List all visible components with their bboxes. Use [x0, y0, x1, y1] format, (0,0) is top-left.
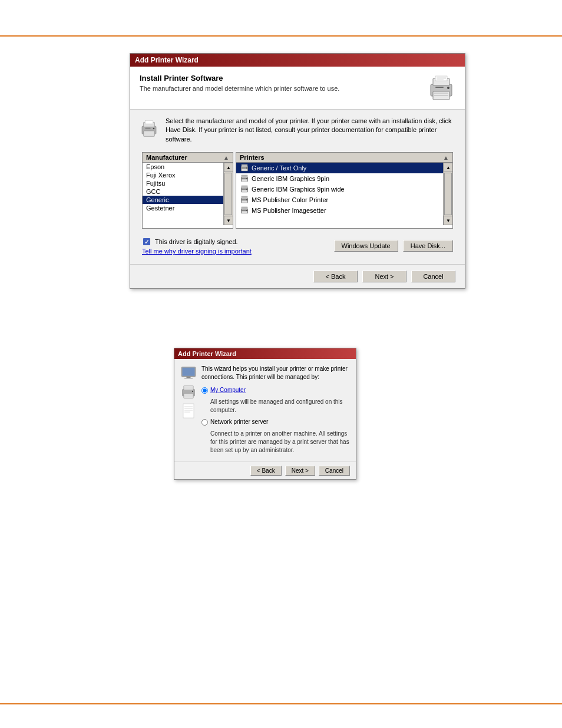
- dialog-header-section: Install Printer Software The manufacture…: [130, 67, 465, 110]
- svg-point-46: [192, 391, 193, 392]
- svg-rect-27: [242, 190, 247, 192]
- svg-rect-4: [434, 95, 448, 96]
- small-cancel-button[interactable]: Cancel: [319, 466, 350, 476]
- svg-rect-31: [242, 200, 247, 203]
- svg-point-20: [246, 167, 247, 169]
- printers-list-wrapper: Generic / Text Only Generic IBM Graphics…: [236, 163, 452, 225]
- list-item-ms-publisher-color[interactable]: MS Publisher Color Printer: [236, 195, 443, 205]
- driver-buttons: Windows Update Have Disk...: [334, 240, 453, 252]
- svg-point-24: [246, 178, 247, 179]
- back-button[interactable]: < Back: [313, 271, 358, 282]
- manufacturer-scrollbar[interactable]: ▲ ▼: [223, 163, 233, 225]
- add-printer-wizard-small-dialog: Add Printer Wizard: [174, 348, 356, 480]
- printers-sort-arrow: ▲: [443, 154, 449, 161]
- small-dialog-nav: < Back Next > Cancel: [174, 462, 356, 479]
- printer-icon-large: [427, 74, 455, 102]
- driver-signed-icon: ✓: [142, 237, 151, 246]
- printer-icon-small: [140, 119, 158, 138]
- dialog-heading: Install Printer Software: [140, 74, 339, 83]
- printers-scroll-up[interactable]: ▲: [444, 163, 453, 172]
- small-next-button[interactable]: Next >: [285, 466, 315, 476]
- radio-my-computer[interactable]: [201, 387, 208, 394]
- svg-rect-14: [145, 128, 150, 129]
- manufacturer-list-header: Manufacturer ▲: [143, 153, 233, 163]
- svg-rect-22: [242, 175, 247, 178]
- windows-update-button[interactable]: Windows Update: [334, 240, 398, 252]
- driver-row: ✓ This driver is digitally signed. Tell …: [140, 235, 455, 257]
- small-dialog-body: This wizard helps you install your print…: [174, 359, 356, 462]
- printer-item-icon-5: [240, 206, 249, 215]
- small-dialog-title: Add Printer Wizard: [178, 350, 236, 357]
- scroll-down-arrow[interactable]: ▼: [224, 216, 233, 225]
- svg-rect-34: [242, 207, 247, 210]
- list-item-ibm-9pin[interactable]: Generic IBM Graphics 9pin: [236, 173, 443, 184]
- printers-scroll-down[interactable]: ▼: [444, 216, 453, 225]
- radio-my-computer-label: My Computer: [210, 386, 246, 394]
- svg-rect-13: [144, 131, 155, 136]
- printers-label: Printers: [240, 154, 265, 161]
- radio-network[interactable]: [201, 419, 208, 426]
- small-dialog-intro: This wizard helps you install your print…: [201, 365, 350, 381]
- printers-scrollbar[interactable]: ▲ ▼: [443, 163, 452, 225]
- radio-network-label: Network printer server: [210, 418, 268, 426]
- top-divider: [0, 35, 562, 37]
- dialog-body: Select the manufacturer and model of you…: [130, 110, 465, 264]
- list-item-generic[interactable]: Generic: [143, 196, 223, 204]
- radio-my-computer-option[interactable]: My Computer: [201, 386, 350, 394]
- list-item-gcc[interactable]: GCC: [143, 187, 223, 196]
- svg-rect-23: [242, 179, 247, 182]
- printers-list-inner[interactable]: Generic / Text Only Generic IBM Graphics…: [236, 163, 443, 225]
- svg-rect-26: [242, 186, 247, 189]
- printer-item-icon-4: [240, 195, 249, 205]
- paper-icon: [181, 403, 196, 419]
- printer-item-text: Generic / Text Only: [252, 164, 306, 172]
- svg-point-28: [246, 189, 247, 190]
- manufacturer-list-wrapper: Epson Fuji Xerox Fujitsu GCC Generic Ges…: [143, 163, 233, 225]
- driver-signed-text: This driver is digitally signed.: [155, 238, 238, 245]
- svg-rect-41: [187, 377, 191, 378]
- manufacturer-label: Manufacturer: [146, 154, 187, 161]
- driver-link[interactable]: Tell me why driver signing is important: [142, 248, 252, 255]
- svg-rect-35: [242, 211, 247, 213]
- svg-point-36: [246, 210, 247, 211]
- driver-signed-info: ✓ This driver is digitally signed.: [142, 237, 252, 246]
- list-item-epson[interactable]: Epson: [143, 163, 223, 171]
- radio-network-option[interactable]: Network printer server: [201, 418, 350, 426]
- list-item-ms-publisher-imagesetter[interactable]: MS Publisher Imagesetter: [236, 205, 443, 216]
- list-item-fuji-xerox[interactable]: Fuji Xerox: [143, 171, 223, 179]
- svg-point-32: [246, 199, 247, 200]
- dialog-header-text: Install Printer Software The manufacture…: [140, 74, 339, 92]
- printer-item-text-2: Generic IBM Graphics 9pin: [252, 175, 329, 182]
- body-description-row: Select the manufacturer and model of you…: [140, 117, 455, 144]
- small-back-button[interactable]: < Back: [250, 466, 282, 476]
- svg-point-15: [153, 128, 155, 130]
- list-item-ibm-9pin-wide[interactable]: Generic IBM Graphics 9pin wide: [236, 184, 443, 195]
- manufacturer-list-inner[interactable]: Epson Fuji Xerox Fujitsu GCC Generic Ges…: [143, 163, 223, 225]
- driver-left: ✓ This driver is digitally signed. Tell …: [142, 237, 252, 255]
- small-dialog-icons: [180, 365, 197, 458]
- list-item-fujitsu[interactable]: Fujitsu: [143, 179, 223, 187]
- list-item-gestetner[interactable]: Gestetner: [143, 204, 223, 212]
- my-computer-link[interactable]: My Computer: [210, 387, 246, 393]
- next-button[interactable]: Next >: [362, 271, 406, 282]
- list-item-generic-text-only[interactable]: Generic / Text Only: [236, 163, 443, 173]
- printers-scroll-thumb[interactable]: [444, 173, 452, 215]
- dialog-nav-row: < Back Next > Cancel: [130, 264, 465, 288]
- svg-rect-3: [434, 93, 448, 94]
- small-dialog-titlebar: Add Printer Wizard: [174, 348, 356, 359]
- dialog-subheading: The manufacturer and model determine whi…: [140, 85, 339, 92]
- svg-rect-45: [184, 393, 193, 398]
- cancel-button[interactable]: Cancel: [411, 271, 455, 282]
- printer-item-icon-2: [240, 174, 249, 183]
- manufacturer-list-box: Manufacturer ▲ Epson Fuji Xerox Fujitsu …: [142, 152, 233, 229]
- have-disk-button[interactable]: Have Disk...: [403, 240, 453, 252]
- manufacturer-sort-arrow: ▲: [223, 154, 229, 161]
- svg-rect-40: [183, 368, 195, 376]
- lists-container: Manufacturer ▲ Epson Fuji Xerox Fujitsu …: [140, 152, 455, 229]
- svg-rect-18: [242, 164, 247, 167]
- scroll-thumb[interactable]: [224, 173, 232, 215]
- scroll-up-arrow[interactable]: ▲: [224, 163, 233, 172]
- printer-item-icon-3: [240, 185, 249, 194]
- printer-item-text-5: MS Publisher Imagesetter: [252, 207, 326, 214]
- printer-item-text-4: MS Publisher Color Printer: [252, 196, 328, 203]
